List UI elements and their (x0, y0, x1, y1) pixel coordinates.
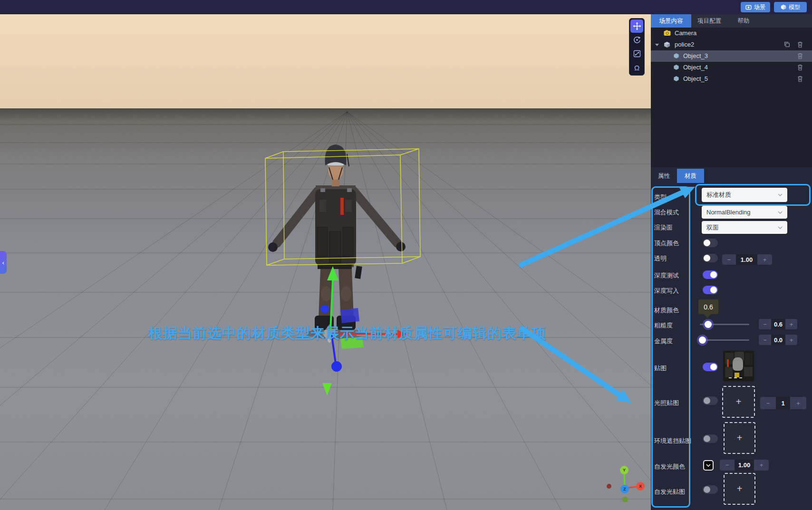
tree-row-camera[interactable]: Camera (651, 28, 812, 39)
mesh-icon (673, 76, 679, 82)
tree-row-object4[interactable]: Object_4 (651, 62, 812, 73)
light-icon: Ω (634, 64, 639, 72)
gizmo-handle-sphere[interactable] (320, 305, 329, 313)
emissive-color-swatch[interactable] (703, 460, 714, 471)
type-select[interactable]: 标准材质 (702, 188, 787, 202)
tree-row-object5[interactable]: Object_5 (651, 73, 812, 85)
emissive-stepper: − 1.00 + (720, 460, 769, 471)
roughness-value: 0.6 (771, 319, 785, 329)
emissive-map-upload-box[interactable]: + (724, 473, 755, 505)
tree-label: police2 (675, 41, 694, 48)
opacity-stepper: − 1.00 + (722, 254, 772, 265)
metalness-stepper: − 0.0 + (759, 335, 797, 345)
light-tool-button[interactable]: Ω (630, 61, 643, 74)
metalness-plus-button[interactable]: + (785, 335, 797, 345)
label-depth-test: 深度测试 (654, 271, 699, 280)
chevron-down-icon (777, 193, 783, 197)
panel-collapse-button[interactable]: ‹ (0, 251, 7, 274)
viewport-scene-canvas[interactable]: Y X Z (0, 14, 651, 510)
editor-app: Y X Z (0, 0, 812, 510)
opacity-plus-button[interactable]: + (757, 254, 772, 265)
ao-map-upload-box[interactable]: + (724, 422, 755, 454)
label-blending: 混合模式 (654, 208, 699, 217)
model-button[interactable]: 模型 (774, 2, 807, 12)
label-map: 贴图 (654, 364, 699, 373)
axis-neg-x-dot[interactable] (607, 484, 611, 489)
label-opacity: 透明 (654, 254, 699, 263)
tree-row-object3[interactable]: Object_3 (651, 50, 812, 62)
label-roughness: 粗糙度 (654, 321, 699, 330)
move-tool-button[interactable] (630, 19, 643, 33)
tree-label: Object_4 (683, 64, 708, 71)
viewport-3d[interactable]: Y X Z (0, 14, 651, 510)
emissive-map-toggle[interactable] (703, 485, 718, 494)
emissive-minus-button[interactable]: − (720, 460, 735, 471)
opacity-minus-button[interactable]: − (722, 254, 736, 265)
metalness-minus-button[interactable]: − (759, 335, 771, 345)
roughness-stepper: − 0.6 + (759, 319, 797, 329)
annotation-text: 根据当前选中的材质类型来展示当前材质属性可编辑的表单项 (148, 324, 546, 343)
label-ao-map: 环境遮挡贴图 (654, 437, 699, 445)
ao-map-toggle[interactable] (703, 434, 718, 443)
render-face-select[interactable]: 双面 (702, 221, 787, 234)
chevron-down-icon (777, 211, 783, 214)
duplicate-icon[interactable] (784, 41, 790, 48)
trash-icon[interactable] (797, 76, 803, 82)
tree-expand-caret[interactable] (655, 44, 659, 46)
tab-attributes[interactable]: 属性 (651, 169, 677, 183)
tab-project-config[interactable]: 项目配置 (695, 14, 724, 28)
roughness-plus-button[interactable]: + (785, 319, 797, 329)
label-vertex-color: 顶点颜色 (654, 239, 699, 248)
top-bar: 场景 模型 (0, 0, 812, 14)
label-depth-write: 深度写入 (654, 287, 699, 295)
slider-value-tooltip: 0.6 (698, 299, 718, 314)
light-map-minus-button[interactable]: − (760, 397, 776, 409)
label-material-color: 材质颜色 (654, 306, 699, 315)
plus-icon: + (737, 483, 743, 494)
tree-row-police2[interactable]: police2 (651, 39, 812, 50)
light-map-toggle[interactable] (703, 396, 718, 405)
rotate-icon (633, 36, 641, 44)
opacity-toggle[interactable] (703, 254, 718, 262)
map-texture-thumbnail[interactable] (723, 351, 754, 381)
scene-button[interactable]: 场景 (741, 2, 770, 12)
trash-icon[interactable] (797, 64, 803, 71)
blending-select[interactable]: NormalBlending (702, 206, 787, 219)
cube-icon (664, 41, 670, 48)
label-emissive-map: 自发光贴图 (654, 488, 699, 496)
gizmo-z-handle[interactable] (331, 361, 342, 372)
tab-help[interactable]: 帮助 (736, 14, 751, 28)
depth-write-toggle[interactable] (703, 286, 718, 294)
axis-y-label: Y (623, 468, 626, 472)
scale-tool-button[interactable] (630, 47, 643, 60)
axis-neg-y-dot[interactable] (622, 497, 628, 502)
label-type: 类型 (654, 193, 699, 202)
scene-icon (745, 5, 752, 10)
tab-scene-content[interactable]: 场景内容 (651, 14, 691, 28)
scene-button-label: 场景 (754, 3, 765, 11)
light-map-value: 1 (776, 397, 790, 409)
vertex-color-toggle[interactable] (703, 239, 718, 247)
move-icon (633, 22, 641, 30)
emissive-value: 1.00 (735, 460, 754, 471)
plus-icon: + (736, 396, 742, 407)
viewport-toolbar: Ω (629, 18, 645, 76)
rotate-tool-button[interactable] (630, 33, 643, 47)
model-button-label: 模型 (789, 3, 800, 11)
collapse-chevron-icon: ‹ (2, 259, 4, 266)
metalness-value: 0.0 (771, 335, 785, 345)
trash-icon[interactable] (797, 41, 803, 48)
depth-test-toggle[interactable] (703, 270, 718, 279)
roughness-slider-handle[interactable] (705, 321, 712, 328)
light-map-plus-button[interactable]: + (790, 397, 806, 409)
metalness-slider-handle[interactable] (699, 337, 706, 344)
tab-material[interactable]: 材质 (677, 169, 704, 183)
gizmo-plane-xz-blue[interactable] (340, 308, 359, 323)
map-toggle[interactable] (703, 363, 718, 371)
trash-icon[interactable] (797, 53, 803, 59)
light-map-upload-box[interactable]: + (722, 386, 755, 418)
emissive-plus-button[interactable]: + (754, 460, 769, 471)
roughness-minus-button[interactable]: − (759, 319, 771, 329)
metalness-slider[interactable] (700, 339, 749, 341)
axis-x-label: X (639, 484, 642, 489)
